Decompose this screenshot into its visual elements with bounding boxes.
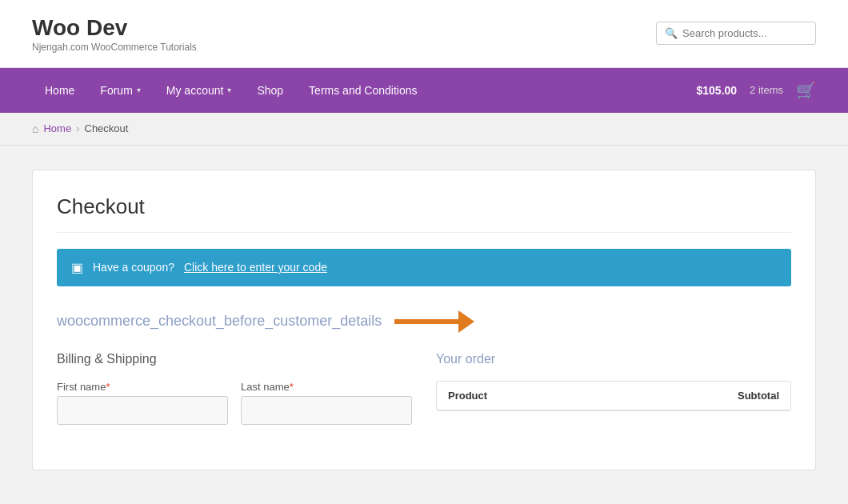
- breadcrumb: ⌂ Home › Checkout: [0, 113, 848, 146]
- required-star: *: [106, 381, 110, 393]
- search-box[interactable]: 🔍: [656, 22, 816, 45]
- order-table: Product Subtotal: [436, 381, 791, 411]
- order-title: Your order: [436, 352, 791, 366]
- checkout-columns: Billing & Shipping First name* Last name…: [57, 352, 791, 438]
- breadcrumb-separator: ›: [76, 122, 79, 134]
- cart-icon[interactable]: 🛒: [796, 81, 816, 100]
- nav-right: $105.00 2 items 🛒: [696, 81, 816, 100]
- coupon-text: Have a coupon?: [93, 261, 174, 274]
- billing-column: Billing & Shipping First name* Last name…: [57, 352, 412, 438]
- coupon-link[interactable]: Click here to enter your code: [184, 261, 327, 274]
- site-branding: Woo Dev Njengah.com WooCommerce Tutorial…: [32, 14, 197, 53]
- name-form-row: First name* Last name*: [57, 381, 412, 425]
- billing-title: Billing & Shipping: [57, 352, 412, 366]
- order-table-header: Product Subtotal: [437, 382, 790, 410]
- nav-left: Home Forum ▾ My account ▾ Shop Terms and…: [32, 70, 430, 111]
- coupon-icon: ▣: [71, 260, 83, 275]
- search-input[interactable]: [682, 27, 807, 39]
- last-name-group: Last name*: [241, 381, 412, 425]
- col-product: Product: [448, 390, 487, 402]
- first-name-group: First name*: [57, 381, 228, 425]
- col-subtotal: Subtotal: [738, 390, 779, 402]
- main-content: Checkout ▣ Have a coupon? Click here to …: [0, 146, 848, 494]
- last-name-input[interactable]: [241, 396, 412, 425]
- chevron-down-icon: ▾: [227, 86, 231, 94]
- cart-price: $105.00: [696, 84, 737, 97]
- breadcrumb-current: Checkout: [85, 122, 129, 134]
- nav-item-myaccount[interactable]: My account ▾: [154, 70, 245, 111]
- required-star: *: [290, 381, 294, 393]
- breadcrumb-home-link[interactable]: Home: [43, 122, 71, 134]
- hook-label: woocommerce_checkout_before_customer_det…: [57, 310, 791, 333]
- checkout-card: Checkout ▣ Have a coupon? Click here to …: [32, 170, 816, 470]
- chevron-down-icon: ▾: [137, 86, 141, 94]
- last-name-label: Last name*: [241, 381, 412, 393]
- nav-item-shop[interactable]: Shop: [244, 70, 296, 111]
- site-nav: Home Forum ▾ My account ▾ Shop Terms and…: [0, 68, 848, 113]
- site-header: Woo Dev Njengah.com WooCommerce Tutorial…: [0, 0, 848, 68]
- cart-items-count: 2 items: [750, 84, 783, 96]
- order-column: Your order Product Subtotal: [436, 352, 791, 438]
- first-name-label: First name*: [57, 381, 228, 393]
- coupon-bar: ▣ Have a coupon? Click here to enter you…: [57, 249, 791, 286]
- nav-item-forum[interactable]: Forum ▾: [87, 70, 153, 111]
- first-name-input[interactable]: [57, 396, 228, 425]
- nav-item-terms[interactable]: Terms and Conditions: [296, 70, 430, 111]
- site-subtitle: Njengah.com WooCommerce Tutorials: [32, 42, 197, 53]
- checkout-title: Checkout: [57, 194, 791, 233]
- nav-item-home[interactable]: Home: [32, 70, 87, 111]
- home-icon: ⌂: [32, 122, 38, 135]
- search-icon: 🔍: [665, 27, 678, 39]
- arrow-right-icon: [394, 310, 474, 333]
- site-title: Woo Dev: [32, 14, 197, 42]
